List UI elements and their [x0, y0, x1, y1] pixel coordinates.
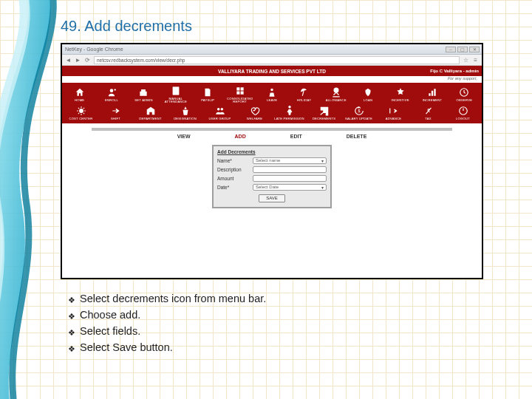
name-select[interactable]: Select name — [253, 157, 327, 164]
cost-center-icon — [76, 105, 86, 117]
late-permission-icon — [284, 105, 295, 117]
menu-item-holiday[interactable]: HOLIDAY — [288, 84, 320, 104]
app-header: VALLIYARA TRADING AND SERVICES PVT LTD F… — [62, 66, 482, 76]
menu-item-label: WELFARE — [247, 117, 262, 120]
tab-edit[interactable]: EDIT — [290, 134, 302, 139]
window-close-icon[interactable]: ✕ — [469, 47, 480, 52]
nav-forward-icon[interactable]: ► — [75, 57, 81, 64]
svg-point-3 — [220, 108, 223, 111]
shift-icon — [111, 105, 121, 117]
menu-item-label: DESIGNATION — [174, 117, 197, 120]
amount-input[interactable] — [253, 175, 327, 182]
menu-item-welfare[interactable]: WELFARE — [237, 104, 272, 121]
url-field[interactable]: netcsv.redbacksystem.com/view/decr.php — [94, 56, 460, 64]
menu-item-label: INCENTIVE — [392, 99, 409, 102]
instruction-item: Choose add. — [68, 309, 266, 324]
tax-icon: ₹ — [423, 105, 434, 117]
window-minimize-icon[interactable]: – — [446, 47, 456, 52]
advance-icon — [389, 105, 399, 117]
window-maximize-icon[interactable]: ▢ — [457, 47, 468, 52]
menu-item-leave[interactable]: LEAVE — [256, 84, 287, 104]
payslip-icon — [202, 86, 213, 98]
menu-item-label: LOAN — [364, 99, 372, 102]
menu-item-enroll[interactable]: ENROLL — [95, 84, 127, 104]
form-title: Add Decrements — [217, 149, 327, 154]
menu-item-label: SALARY UPDATE — [345, 117, 372, 120]
menu-item-tax[interactable]: ₹TAX — [411, 104, 446, 121]
description-label: Description — [217, 167, 250, 172]
consolidated-report-icon — [235, 85, 245, 97]
menu-item-loan[interactable]: LOAN — [352, 84, 384, 104]
menu-item-home[interactable]: HOME — [64, 84, 95, 104]
menu-item-label: TAX — [425, 117, 431, 120]
nav-reload-icon[interactable]: ⟳ — [84, 57, 91, 64]
svg-point-1 — [79, 109, 83, 113]
menu-item-increment[interactable]: INCREMENT — [416, 84, 448, 104]
menu-item-label: MANUAL ATTENDANCE — [165, 98, 187, 103]
manual-attendance-icon — [171, 85, 181, 97]
set-admin-icon — [138, 86, 149, 98]
instruction-item: Select fields. — [68, 325, 266, 340]
menu-item-label: LOGOUT — [456, 117, 470, 120]
leave-icon — [267, 86, 277, 98]
bookmark-icon[interactable]: ☆ — [463, 57, 469, 64]
tab-add[interactable]: ADD — [235, 134, 246, 139]
instruction-text: Select decrements icon from menu bar. — [80, 293, 266, 304]
menu-item-user-group[interactable]: USER GROUP — [202, 104, 237, 121]
logout-icon — [458, 105, 468, 117]
allowance-icon — [331, 86, 341, 98]
holiday-icon — [299, 86, 309, 98]
instruction-item: Select decrements icon from menu bar. — [68, 293, 266, 307]
menu-item-consolidated-report[interactable]: CONSOLIDATED REPORT — [224, 84, 256, 104]
menu-item-salary-update[interactable]: $SALARY UPDATE — [341, 104, 376, 121]
menu-item-label: COST CENTER — [69, 117, 92, 120]
instruction-text: Select fields. — [80, 325, 140, 337]
description-input[interactable] — [253, 166, 327, 173]
menu-item-logout[interactable]: LOGOUT — [446, 104, 480, 121]
logged-in-user: Fijo C Valliyara - admin — [430, 69, 479, 73]
tab-delete[interactable]: DELETE — [347, 134, 367, 139]
menu-item-label: ADVANCE — [386, 117, 401, 120]
menu-item-decrements[interactable]: DECREMENTS — [307, 104, 341, 121]
slide-title: 49. Add decrements — [61, 18, 192, 35]
menu-item-shift[interactable]: SHIFT — [98, 104, 133, 121]
menu-item-manual-attendance[interactable]: MANUAL ATTENDANCE — [160, 84, 191, 104]
menu-item-late-permission[interactable]: LATE PERMISSION — [272, 104, 307, 121]
loan-icon — [363, 86, 373, 98]
nav-back-icon[interactable]: ◄ — [65, 57, 72, 64]
menu-item-label: DEPARTMENT — [139, 117, 161, 120]
browser-menu-icon[interactable]: ≡ — [472, 57, 479, 64]
save-button[interactable]: SAVE — [259, 194, 285, 202]
action-tabs: VIEW ADD EDIT DELETE — [62, 134, 482, 139]
menu-item-label: ENROLL — [105, 99, 118, 102]
name-select-value: Select name — [256, 158, 280, 163]
main-menu: HOMEENROLLSET ADMINMANUAL ATTENDANCEPAYS… — [62, 83, 482, 123]
welfare-icon — [250, 105, 260, 117]
support-line: For any support, — [62, 76, 482, 83]
designation-icon — [180, 105, 191, 117]
tab-view[interactable]: VIEW — [177, 134, 191, 139]
menu-item-label: SHIFT — [111, 117, 120, 120]
divider-bar — [92, 128, 452, 131]
menu-item-advance[interactable]: ADVANCE — [376, 104, 411, 121]
instruction-item: Select Save button. — [68, 341, 266, 356]
menu-item-allowance[interactable]: ALLOWANCE — [320, 84, 352, 104]
name-label: Name* — [217, 158, 250, 163]
svg-point-2 — [216, 108, 219, 111]
menu-item-payslip[interactable]: PAYSLIP — [192, 84, 224, 104]
menu-item-department[interactable]: DEPARTMENT — [133, 104, 168, 121]
menu-item-designation[interactable]: DESIGNATION — [168, 104, 202, 121]
amount-label: Amount — [217, 176, 250, 181]
instruction-text: Select Save button. — [80, 341, 173, 353]
date-select[interactable]: Select Date — [253, 184, 327, 191]
menu-item-label: USER GROUP — [208, 117, 231, 120]
menu-item-set-admin[interactable]: SET ADMIN — [128, 84, 160, 104]
browser-address-bar: ◄ ► ⟳ netcsv.redbacksystem.com/view/decr… — [62, 55, 482, 66]
menu-item-observe[interactable]: OBSERVE — [449, 84, 480, 104]
menu-item-incentive[interactable]: INCENTIVE — [384, 84, 416, 104]
menu-item-cost-center[interactable]: COST CENTER — [64, 104, 98, 121]
menu-item-label: PAYSLIP — [201, 99, 214, 102]
date-select-value: Select Date — [256, 185, 279, 189]
add-decrements-form: Add Decrements Name* Select name Descrip… — [212, 145, 332, 208]
url-text: netcsv.redbacksystem.com/view/decr.php — [97, 58, 185, 63]
